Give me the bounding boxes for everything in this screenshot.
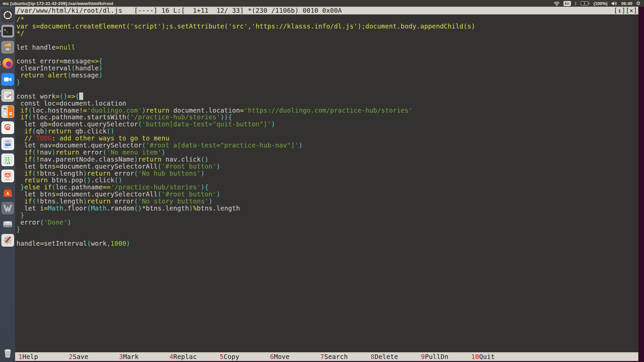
terminal-icon: >_ (2, 26, 13, 36)
code-line: } (16, 226, 638, 233)
code-line: }else if(loc.pathname=='/practice-hub/st… (16, 183, 638, 190)
code-area[interactable]: /*var s=document.createElement('script')… (15, 14, 638, 352)
launcher-item-firefox[interactable] (1, 57, 14, 70)
fn-key-pulldn[interactable]: 9PullDn (421, 352, 471, 361)
fn-key-save[interactable]: 2Save (69, 352, 119, 361)
launcher-item-silver-emblem[interactable] (1, 202, 14, 215)
code-line: if(!btns.length)return error('No hub but… (16, 170, 638, 177)
code-line: if(!btns.length)return error('No story b… (16, 197, 638, 204)
battery-percent: (100%) (593, 1, 607, 6)
ubuntu-dash-icon (3, 10, 13, 20)
window-title: mc [ubuntu@ip-172-31-42-209]:/var/www/ht… (3, 1, 113, 6)
code-line: /* (16, 15, 638, 22)
volume-icon[interactable] (611, 1, 618, 6)
launcher-item-libreoffice-writer[interactable] (1, 137, 14, 150)
code-line: const loc=document.location (16, 100, 638, 107)
launcher-item-software-center[interactable]: A (1, 186, 14, 198)
code-line (16, 50, 638, 57)
code-line: const error=message=>{ (16, 57, 638, 64)
svg-text:A: A (6, 191, 9, 196)
launcher-item-calculator[interactable] (1, 105, 14, 118)
document-viewer-icon (3, 123, 13, 133)
terminal-window: /var/www/html/ki/root/dl.js [----] 16 L:… (15, 7, 644, 362)
code-line: // TODO: add other ways to go to menu (16, 134, 638, 141)
software-center-icon: A (2, 186, 13, 198)
top-panel: mc [ubuntu@ip-172-31-42-209]:/var/www/ht… (0, 0, 644, 7)
function-key-bar: 1Help2Save3Mark4Replac5Copy6Move7Search8… (15, 352, 638, 361)
fn-key-search[interactable]: 7Search (320, 352, 371, 361)
hard-disk-icon (2, 219, 13, 230)
svg-text:>_: >_ (4, 28, 8, 32)
code-line: const work=()=>{ (16, 93, 638, 100)
running-indicator (0, 94, 1, 97)
launcher-item-libreoffice-impress[interactable] (1, 170, 14, 182)
code-line: if(!nav.parentNode.className)return nav.… (16, 156, 638, 163)
code-line: let nav=document.querySelector('#root a[… (16, 141, 638, 148)
running-indicator (0, 29, 1, 33)
text-cursor (79, 93, 83, 100)
launcher-item-zoom[interactable] (1, 73, 14, 86)
libreoffice-impress-icon (3, 171, 13, 181)
silver-emblem-icon (2, 202, 13, 214)
code-line: if(qb)return qb.click() (16, 127, 638, 134)
code-line: } (16, 78, 638, 85)
launcher-item-trash[interactable] (1, 347, 14, 359)
code-line: */ (16, 29, 638, 37)
editor-status-line: /var/www/html/ki/root/dl.js [----] 16 L:… (16, 7, 342, 14)
libreoffice-calc-icon (3, 155, 13, 165)
code-line: return btns.pop().click() (16, 176, 638, 183)
launcher-item-system-settings[interactable] (1, 234, 14, 247)
code-line (16, 85, 638, 93)
launcher-item-file-cabinet[interactable] (1, 41, 14, 54)
session-gear-icon[interactable]: ⚙ (636, 0, 641, 6)
code-line: return alert(message) (16, 71, 638, 78)
code-line: var s=document.createElement('script');s… (16, 22, 638, 29)
launcher-item-terminal[interactable]: >_ (1, 25, 14, 38)
fn-key-quit[interactable]: 10Quit (471, 352, 522, 361)
code-line: } (16, 212, 638, 219)
code-line: if(!nav)return error('No menu item') (16, 148, 638, 156)
launcher-item-document-viewer[interactable] (1, 121, 14, 134)
fn-key-mark[interactable]: 3Mark (119, 352, 169, 361)
running-indicator (0, 61, 1, 65)
bluetooth-icon[interactable]: ᛒ (575, 1, 577, 6)
mc-editor: /var/www/html/ki/root/dl.js [----] 16 L:… (15, 7, 638, 361)
code-line: let handle=null (16, 44, 638, 51)
clock[interactable]: 06:40 (621, 1, 632, 6)
calculator-icon (2, 106, 14, 118)
battery-icon[interactable] (581, 1, 590, 6)
launcher-item-hard-disk[interactable] (1, 218, 14, 231)
zoom-icon (3, 74, 13, 84)
code-line: handle=setInterval(work,1000) (16, 240, 638, 247)
fn-key-delete[interactable]: 8Delete (371, 352, 421, 361)
text-editor-icon (3, 90, 13, 101)
code-line: let btns=document.querySelectorAll('#roo… (16, 163, 638, 170)
fn-key-move[interactable]: 6Move (270, 352, 320, 361)
launcher-item-text-editor[interactable] (1, 89, 14, 102)
code-line: if(loc.hostname!='duolingo.com')return d… (16, 107, 638, 114)
wifi-icon[interactable] (554, 1, 560, 6)
trash-icon (2, 348, 13, 358)
firefox-icon (2, 57, 14, 69)
code-line: if(!loc.pathname.startsWith('/practice-h… (16, 113, 638, 120)
code-line (16, 233, 638, 240)
editor-window-buttons[interactable]: [↕][×] (614, 7, 637, 14)
launcher-item-libreoffice-calc[interactable] (1, 154, 14, 166)
fn-key-copy[interactable]: 5Copy (220, 352, 270, 361)
fn-key-replac[interactable]: 4Replac (169, 352, 220, 361)
code-line: let qb=document.querySelector('button[da… (16, 120, 638, 127)
launcher-item-ubuntu-dash[interactable] (1, 9, 14, 21)
system-tray: En ᛒ (100%) 06:40 ⚙ (554, 0, 641, 6)
code-line: let i=Math.floor(Math.random()*btns.leng… (16, 204, 638, 212)
launcher: >_A (0, 7, 15, 362)
fn-key-help[interactable]: 1Help (18, 352, 69, 361)
code-line: let btns=document.querySelectorAll('#roo… (16, 190, 638, 197)
code-line: clearInterval(handle) (16, 64, 638, 71)
system-settings-icon (2, 235, 13, 246)
editor-title-bar: /var/www/html/ki/root/dl.js [----] 16 L:… (15, 7, 638, 14)
screen: mc [ubuntu@ip-172-31-42-209]:/var/www/ht… (0, 0, 644, 362)
keyboard-layout-badge[interactable]: En (564, 1, 571, 6)
file-cabinet-icon (3, 42, 13, 52)
libreoffice-writer-icon (3, 139, 13, 149)
code-line: error('Done') (16, 219, 638, 226)
